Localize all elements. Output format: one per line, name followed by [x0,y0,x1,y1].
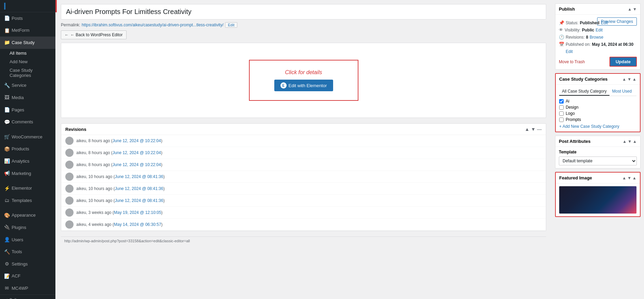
revisions-minimize-button[interactable]: — [537,126,542,132]
tools-icon: 🔨 [4,249,10,256]
sidebar-item-mc4wp[interactable]: ✉ MC4WP [0,282,55,295]
avatar [65,220,74,229]
sidebar-item-label: Settings [12,261,28,267]
revision-link[interactable]: May 19, 2024 @ 12:10:05 [114,210,161,215]
category-ai: Ai [559,99,636,104]
post-attributes-minimize-button[interactable]: ▲ [633,139,637,144]
sidebar-sub-case-study-categories[interactable]: Case Study Categories [0,66,55,80]
sidebar-item-templates[interactable]: 🗂 Templates [0,194,55,207]
top-bar-accent [55,0,57,12]
template-select[interactable]: Default template [559,157,637,165]
sidebar-item-media[interactable]: 🖼 Media [0,92,55,104]
sidebar-item-elementor[interactable]: ⚡ Elementor [0,182,55,195]
revision-text: aikeu, 8 hours ago (June 12, 2024 @ 10:2… [76,150,162,155]
category-design-checkbox[interactable] [559,105,564,110]
case-study-icon: 📁 [4,39,10,46]
status-icon: 📌 [559,20,564,25]
sidebar-sub-add-new[interactable]: Add New [0,57,55,66]
revision-item: aikeu, 10 hours ago (June 12, 2024 @ 08:… [61,171,546,183]
avatar [65,161,74,169]
publish-panel-up-button[interactable]: ▲ [628,7,632,12]
sidebar-item-label: Users [12,237,23,243]
categories-panel-up-button[interactable]: ▲ [622,77,626,82]
collapse-menu-button[interactable]: ◀ Collapse menu [0,295,55,299]
revision-text: aikeu, 10 hours ago (June 12, 2024 @ 08:… [76,186,165,191]
sidebar-item-acf[interactable]: 📝 ACF [0,270,55,283]
revision-link[interactable]: May 14, 2024 @ 06:30:57 [114,222,161,227]
sidebar-item-case-study[interactable]: 📁 Case Study [0,37,55,49]
revision-link[interactable]: June 12, 2024 @ 10:22:04 [113,150,161,155]
avatar [65,137,74,145]
categories-panel-minimize-button[interactable]: ▲ [632,77,636,82]
template-label: Template [559,150,637,154]
revision-link[interactable]: June 12, 2024 @ 08:41:36 [115,186,163,191]
sidebar-item-appearance[interactable]: 🎨 Appearance [0,209,55,222]
tab-all-case-study-category[interactable]: All Case Study Category [559,87,609,96]
add-new-case-study-category-link[interactable]: + Add New Case Study Category [559,124,636,129]
post-attributes-body: Template Default template [555,147,640,168]
featured-image-thumbnail[interactable] [559,186,636,214]
revisions-collapse-down-button[interactable]: ▼ [531,126,536,132]
revisions-label: Revisions: [566,35,584,40]
sidebar-item-analytics[interactable]: 📊 Analytics [0,155,55,167]
analytics-icon: 📊 [4,158,10,165]
category-prompts-checkbox[interactable] [559,118,564,122]
sidebar-item-label: Elementor [12,185,32,191]
category-logo-checkbox[interactable] [559,111,564,116]
category-tabs: All Case Study Category Most Used [559,87,636,96]
featured-image-down-button[interactable]: ▼ [627,176,631,180]
revision-link[interactable]: June 12, 2024 @ 10:22:04 [113,162,161,167]
sidebar-item-woocommerce[interactable]: 🛒 WooCommerce [0,131,55,143]
sidebar-item-plugins[interactable]: 🔌 Plugins [0,221,55,234]
revision-link[interactable]: June 12, 2024 @ 08:41:36 [115,174,163,179]
woocommerce-icon: 🛒 [4,134,10,140]
sidebar-item-label: Posts [12,15,23,22]
appearance-icon: 🎨 [4,212,10,219]
published-on-edit-link[interactable]: Edit [566,49,573,54]
comments-icon: 💬 [4,119,10,126]
sidebar-logo-bar [4,3,5,10]
sidebar-item-comments[interactable]: 💬 Comments [0,116,55,128]
sidebar-sub-all-items[interactable]: All Items [0,49,55,57]
revision-link[interactable]: June 12, 2024 @ 08:41:36 [115,198,163,203]
case-study-categories-panel: Case Study Categories ▲ ▼ ▲ All Case Stu… [555,73,641,132]
sidebar-item-users[interactable]: 👤 Users [0,234,55,246]
sidebar-item-products[interactable]: 📦 Products [0,143,55,155]
status-edit-link[interactable]: Edit [601,21,608,25]
update-button[interactable]: Update [609,57,637,67]
move-to-trash-link[interactable]: Move to Trash [559,59,585,64]
permalink-edit-button[interactable]: Edit [225,22,238,28]
revision-text: aikeu, 10 hours ago (June 12, 2024 @ 08:… [76,198,165,203]
sidebar-item-settings[interactable]: ⚙ Settings [0,258,55,270]
visibility-edit-link[interactable]: Edit [595,28,603,32]
sidebar-item-metform[interactable]: 📋 MetForm [0,25,55,37]
edit-with-elementor-button[interactable]: E Edit with Elementor [274,80,333,91]
collapse-label: Collapse menu [9,298,37,299]
publish-panel-down-button[interactable]: ▼ [633,7,637,12]
sidebar-item-tools[interactable]: 🔨 Tools [0,246,55,258]
categories-panel-down-button[interactable]: ▼ [627,77,631,82]
featured-image-up-button[interactable]: ▲ [622,176,626,180]
sidebar-item-pages[interactable]: 📄 Pages [0,104,55,116]
sidebar-item-marketing[interactable]: 📢 Marketing [0,167,55,180]
click-for-details-box[interactable]: Click for details E Edit with Elementor [249,60,358,101]
tab-most-used[interactable]: Most Used [609,87,634,96]
service-icon: 🔧 [4,82,10,89]
category-ai-checkbox[interactable] [559,99,564,104]
back-to-wordpress-editor-button[interactable]: ← ← Back to WordPress Editor [61,30,127,39]
revision-text: aikeu, 3 weeks ago (May 19, 2024 @ 12:10… [76,210,162,215]
post-title-input[interactable] [66,8,541,16]
post-attributes-controls: ▲ ▼ ▲ [622,139,637,144]
featured-image-minimize-button[interactable]: ▲ [632,176,636,180]
main-area: Permalink: https://ibrahim.softivus.com/… [55,0,644,299]
revision-link[interactable]: June 12, 2024 @ 10:22:04 [113,138,161,143]
post-attributes-down-button[interactable]: ▼ [628,139,632,144]
status-bar-url: http://admin/wp-admin/post.php?post=3315… [64,239,190,243]
pages-icon: 📄 [4,107,10,113]
sidebar-item-service[interactable]: 🔧 Service [0,80,55,92]
revisions-browse-link[interactable]: Browse [590,35,603,40]
revisions-collapse-up-button[interactable]: ▲ [525,126,529,132]
permalink-link[interactable]: https://ibrahim.softivus.com/aikeu/cases… [82,23,224,27]
sidebar-item-posts[interactable]: 📄 Posts [0,12,55,25]
post-attributes-up-button[interactable]: ▲ [622,139,627,144]
